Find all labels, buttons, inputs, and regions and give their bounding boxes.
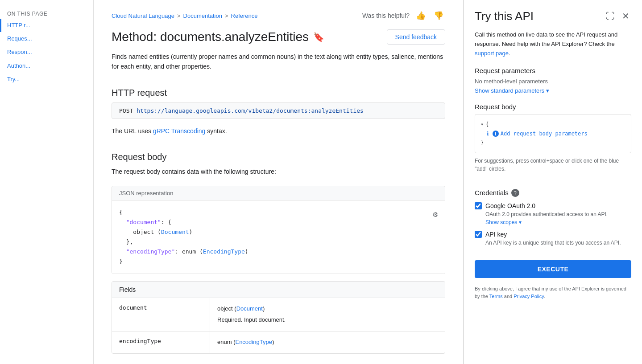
json-line-2: "document": { xyxy=(119,217,438,227)
credentials-help-icon[interactable]: ? xyxy=(511,189,519,197)
page-description: Finds named entities (currently proper n… xyxy=(94,52,463,81)
show-scopes-link[interactable]: Show scopes ▾ xyxy=(485,219,631,225)
code-open-brace: { xyxy=(485,121,489,127)
json-line-5: "encodingType": enum (EncodingType) xyxy=(119,247,438,257)
json-line-6: } xyxy=(119,257,438,266)
no-params-text: No method-level parameters xyxy=(475,78,631,85)
right-panel: Try this API ⛶ ✕ Call this method on liv… xyxy=(464,0,642,364)
panel-desc-text: Call this method on live data to see the… xyxy=(475,31,617,47)
url-description: The URL uses gRPC Transcoding syntax. xyxy=(94,126,463,145)
url-desc-suffix: syntax. xyxy=(205,127,227,135)
on-this-page-panel: On this page HTTP r... Reques... Respon.… xyxy=(0,0,94,364)
send-feedback-button[interactable]: Send feedback xyxy=(387,29,445,45)
close-button[interactable]: ✕ xyxy=(620,9,631,23)
panel-description: Call this method on live data to see the… xyxy=(475,30,631,58)
table-row: document object (Document) Required. Inp… xyxy=(112,298,445,331)
oauth2-label: Google OAuth 2.0 xyxy=(485,202,535,209)
credentials-section: Credentials ? Google OAuth 2.0 OAuth 2.0… xyxy=(475,189,631,251)
main-content: Cloud Natural Language > Documentation >… xyxy=(94,0,464,364)
otp-item-auth[interactable]: Authori... xyxy=(0,59,93,73)
json-line-3: object (Document) xyxy=(119,227,438,237)
otp-item-http[interactable]: HTTP r... xyxy=(0,19,93,32)
terms-link[interactable]: Terms xyxy=(489,294,503,299)
field-name-encodingtype: encodingType xyxy=(112,331,210,353)
breadcrumb: Cloud Natural Language > Documentation >… xyxy=(112,12,258,19)
breadcrumb-documentation[interactable]: Documentation xyxy=(183,12,222,19)
collapse-button[interactable]: ▾ xyxy=(480,121,484,127)
thumbs-down-button[interactable]: 👎 xyxy=(432,9,445,22)
apikey-label: API key xyxy=(485,231,507,238)
terms-and: and xyxy=(503,294,514,299)
panel-desc-suffix: . xyxy=(509,50,510,57)
page-title: Method: documents.analyzeEntities xyxy=(112,30,309,44)
otp-item-try[interactable]: Try... xyxy=(0,73,93,86)
http-url: https://language.googleapis.com/v1beta2/… xyxy=(137,107,364,114)
on-this-page-label: On this page xyxy=(0,7,93,19)
breadcrumb-sep-1: > xyxy=(177,12,181,19)
breadcrumb-cloud-natural-language[interactable]: Cloud Natural Language xyxy=(112,12,174,19)
panel-header: Try this API ⛶ ✕ xyxy=(475,9,631,23)
oauth2-checkbox[interactable] xyxy=(475,202,482,209)
fields-table: Fields document object (Document) Requir… xyxy=(112,281,445,353)
page-title-wrap: Method: documents.analyzeEntities 🔖 xyxy=(112,30,324,44)
show-standard-params-link[interactable]: Show standard parameters ▾ xyxy=(475,87,631,94)
http-request-box: POST https://language.googleapis.com/v1b… xyxy=(112,102,445,119)
thumbs-up-button[interactable]: 👍 xyxy=(414,9,427,22)
json-repr-box: JSON representation ⚙ { "document": { ob… xyxy=(112,186,445,274)
scopes-chevron-icon: ▾ xyxy=(519,219,522,225)
panel-actions: ⛶ ✕ xyxy=(604,9,631,23)
request-body-code: ▾{ ℹ Add request body parameters } xyxy=(475,114,631,153)
credential-apikey-row: API key xyxy=(475,231,631,238)
table-row: encodingType enum (EncodingType) xyxy=(112,331,445,353)
gear-icon[interactable]: ⚙ xyxy=(433,208,438,221)
json-repr-header: JSON representation xyxy=(112,186,445,200)
suggestion-text: For suggestions, press control+space or … xyxy=(475,157,631,173)
show-scopes-label: Show scopes xyxy=(485,219,517,225)
http-request-heading: HTTP request xyxy=(94,81,463,102)
encoding-type-link[interactable]: EncodingType xyxy=(203,248,245,255)
url-desc-prefix: The URL uses xyxy=(112,127,153,135)
field-name-document: document xyxy=(112,298,210,331)
request-body-panel-title: Request body xyxy=(475,103,631,110)
request-body-panel-section: Request body ▾{ ℹ Add request body param… xyxy=(475,103,631,181)
helpful-text: Was this helpful? xyxy=(362,12,410,19)
credentials-label: Credentials xyxy=(475,189,509,196)
credential-oauth2-row: Google OAuth 2.0 xyxy=(475,202,631,209)
privacy-policy-link[interactable]: Privacy Policy xyxy=(514,294,544,299)
expand-button[interactable]: ⛶ xyxy=(604,9,617,23)
breadcrumb-reference[interactable]: Reference xyxy=(231,12,258,19)
support-page-link[interactable]: support page xyxy=(475,50,509,57)
panel-title: Try this API xyxy=(475,9,534,23)
document-type-link[interactable]: Document xyxy=(161,229,189,235)
terms-suffix: . xyxy=(544,294,545,299)
credential-oauth2: Google OAuth 2.0 OAuth 2.0 provides auth… xyxy=(475,202,631,225)
oauth2-desc: OAuth 2.0 provides authenticated access … xyxy=(485,211,631,217)
field-desc-document: object (Document) Required. Input docume… xyxy=(210,298,293,331)
chevron-down-icon: ▾ xyxy=(546,87,549,94)
terms-text: By clicking above, I agree that my use o… xyxy=(475,285,631,301)
document-link[interactable]: Document xyxy=(236,305,263,312)
json-line-4: }, xyxy=(119,237,438,247)
bookmark-icon[interactable]: 🔖 xyxy=(313,32,324,42)
request-params-section: Request parameters No method-level param… xyxy=(475,67,631,103)
request-body-desc: The request body contains data with the … xyxy=(94,167,463,185)
credential-apikey: API key An API key is a unique string th… xyxy=(475,231,631,246)
request-body-heading: Request body xyxy=(94,145,463,167)
execute-button[interactable]: EXECUTE xyxy=(475,260,631,278)
grpc-transcoding-link[interactable]: gRPC Transcoding xyxy=(153,127,206,135)
helpful-section: Was this helpful? 👍 👎 xyxy=(362,9,445,22)
fields-header: Fields xyxy=(112,282,445,298)
credentials-title: Credentials ? xyxy=(475,189,631,197)
apikey-checkbox[interactable] xyxy=(475,231,482,238)
http-method: POST xyxy=(119,107,133,114)
add-param-icon[interactable]: ℹ xyxy=(487,131,489,137)
otp-item-response[interactable]: Respon... xyxy=(0,45,93,59)
json-repr-body: ⚙ { "document": { object (Document) }, "… xyxy=(112,200,445,274)
code-close-brace: } xyxy=(480,139,484,146)
otp-item-request[interactable]: Reques... xyxy=(0,32,93,45)
add-request-body-link[interactable]: Add request body parameters xyxy=(493,131,588,137)
encodingtype-link[interactable]: EncodingType xyxy=(235,339,272,345)
field-desc-encodingtype: enum (EncodingType) xyxy=(210,331,281,353)
page-header: Method: documents.analyzeEntities 🔖 Send… xyxy=(94,26,463,52)
request-params-title: Request parameters xyxy=(475,67,631,74)
